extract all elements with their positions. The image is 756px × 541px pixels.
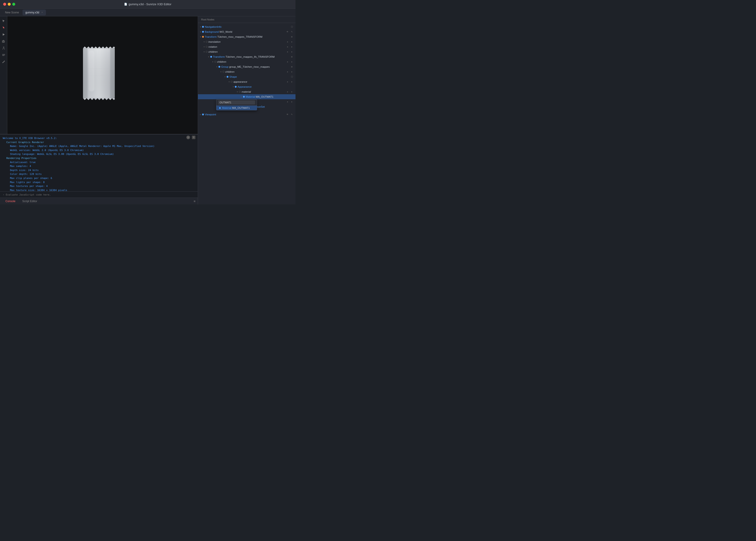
- expand-material[interactable]: [236, 90, 239, 93]
- maximize-button[interactable]: [12, 3, 15, 6]
- tab-gummy[interactable]: gummy.x3d ×: [23, 10, 46, 15]
- titlebar: 📄 gummy.x3d - Sunrize X3D Editor: [0, 0, 295, 9]
- tree-field-appearance[interactable]: appearance ◂ ▸: [198, 79, 295, 84]
- link-icon-transform-ifs[interactable]: ⊕: [290, 55, 294, 59]
- arr1-children-root[interactable]: ◂: [285, 50, 289, 54]
- link-icon-transform-root[interactable]: ⊕: [290, 35, 294, 39]
- expand-children-root[interactable]: [203, 50, 206, 53]
- tree-node-shape[interactable]: Shape ⓘ: [198, 74, 295, 79]
- arr2-rotation[interactable]: ▸: [290, 45, 294, 49]
- arr1-material[interactable]: ◂: [285, 90, 289, 94]
- label-rotation: rotation: [208, 45, 217, 48]
- tab-script-editor[interactable]: Script Editor: [19, 199, 40, 204]
- gummy-3d-object: [76, 42, 122, 103]
- expand-material-node[interactable]: [240, 95, 243, 98]
- left-toolbar: [0, 16, 7, 134]
- tree-node-transform-ifs[interactable]: Transform Tütchen_rissc_mappes_ifs_TRANS…: [198, 54, 295, 59]
- tab-close-icon[interactable]: ×: [41, 11, 43, 14]
- console-input[interactable]: [6, 193, 195, 196]
- dot-transform-root: [202, 36, 204, 38]
- arr2-translation[interactable]: ▸: [290, 40, 294, 44]
- cursor-tool-button[interactable]: [1, 18, 6, 24]
- tree-field-children-group[interactable]: children ◂ ▸: [198, 69, 295, 74]
- expand-background[interactable]: [199, 30, 202, 33]
- arr1-geometry[interactable]: ◂: [285, 100, 289, 104]
- expand-rotation[interactable]: [203, 45, 206, 48]
- person-tool-button[interactable]: [1, 45, 6, 51]
- tree-node-group[interactable]: Group group_ME_Tütchen_rissc_mappes ⊕: [198, 64, 295, 69]
- console-clear-button[interactable]: ×: [186, 136, 190, 139]
- edit-icon-background[interactable]: ✎: [290, 30, 294, 34]
- tree-node-appearance[interactable]: Appearance: [198, 84, 295, 89]
- arr2-children-ifs[interactable]: ▸: [290, 60, 294, 64]
- arr1-children-group[interactable]: ◂: [285, 70, 289, 74]
- dot-appearance-node: [235, 86, 237, 88]
- expand-children-ifs[interactable]: [211, 60, 214, 63]
- arr2-children-group[interactable]: ▸: [290, 70, 294, 74]
- eye-icon-background[interactable]: 👁: [285, 30, 289, 34]
- expand-children-group[interactable]: [219, 70, 223, 73]
- arr2-appearance[interactable]: ▸: [290, 80, 294, 84]
- label-translation: translation: [208, 40, 220, 43]
- console-input-row: ›: [0, 192, 198, 198]
- camera-tool-button[interactable]: [1, 39, 6, 44]
- info-icon-navigationinfo[interactable]: ⓘ: [290, 25, 294, 29]
- edit-tool-button[interactable]: [1, 59, 6, 65]
- arr1-appearance[interactable]: ◂: [285, 80, 289, 84]
- expand-shape[interactable]: [223, 75, 227, 78]
- tree-field-children-ifs[interactable]: children ◂ ▸: [198, 59, 295, 64]
- select-tool-button[interactable]: [1, 25, 6, 30]
- lines-tool-button[interactable]: [1, 52, 6, 58]
- tree-node-viewpoint[interactable]: Viewpoint 👁 ✎: [198, 112, 295, 117]
- label-viewpoint: Viewpoint: [205, 113, 216, 116]
- arr2-geometry[interactable]: ▸: [290, 100, 294, 104]
- expand-viewpoint[interactable]: [199, 113, 202, 116]
- autocomplete-dropdown: Material MA_OUTMAT1: [216, 99, 257, 110]
- arr2-material[interactable]: ▸: [290, 90, 294, 94]
- minimize-button[interactable]: [8, 3, 11, 6]
- bottom-menu-icon[interactable]: ≡: [194, 200, 195, 203]
- console-settings-button[interactable]: ☰: [192, 136, 195, 139]
- expand-transform-ifs[interactable]: [207, 55, 210, 58]
- autocomplete-item-material[interactable]: Material MA_OUTMAT1: [216, 106, 257, 110]
- console-line-10: Max clip planes per shape: 6: [3, 176, 195, 180]
- tab-new-scene-label: New Scene: [5, 11, 19, 14]
- close-button[interactable]: [3, 3, 6, 6]
- tree-field-children-root[interactable]: children ◂ ▸: [198, 49, 295, 54]
- eye-icon-viewpoint[interactable]: 👁: [285, 113, 289, 116]
- expand-group[interactable]: [215, 65, 218, 68]
- tree-node-transform-root[interactable]: Transform Tütchen_rissc_mappes_TRANSFORM…: [198, 34, 295, 39]
- tree-node-material[interactable]: Material MA_OUTMAT1: [198, 94, 295, 99]
- arr1-rotation[interactable]: ◂: [285, 45, 289, 49]
- tree-field-rotation[interactable]: rotation ◂ ▸: [198, 44, 295, 49]
- tab-console[interactable]: Console: [2, 199, 19, 204]
- expand-translation[interactable]: [203, 40, 206, 43]
- info-icon-shape[interactable]: ⓘ: [290, 75, 294, 79]
- link-icon-group[interactable]: ⊕: [290, 65, 294, 69]
- tree-field-translation[interactable]: translation ◂ ▸: [198, 39, 295, 44]
- expand-navigationinfo[interactable]: [199, 25, 202, 28]
- viewport[interactable]: [0, 16, 198, 134]
- autocomplete-input-row: [216, 100, 257, 106]
- tree-node-background[interactable]: Background WO_World 👁 ✎: [198, 29, 295, 34]
- expand-appearance-node[interactable]: [232, 85, 235, 88]
- bottom-tabs: Console Script Editor: [2, 199, 40, 204]
- tree-node-navigationinfo[interactable]: NavigationInfo ⓘ: [198, 24, 295, 29]
- console-line-5: Rendering Properties: [3, 156, 195, 160]
- arr2-children-root[interactable]: ▸: [290, 50, 294, 54]
- label-transform-ifs: Transform Tütchen_rissc_mappes_ifs_TRANS…: [213, 55, 275, 58]
- tree-field-material[interactable]: material ◂ ▸: [198, 89, 295, 94]
- arr1-children-ifs[interactable]: ◂: [285, 60, 289, 64]
- edit-icon-viewpoint[interactable]: ✎: [290, 113, 294, 116]
- expand-appearance[interactable]: [228, 80, 231, 83]
- play-button[interactable]: [1, 32, 6, 37]
- dot-transform-ifs: [210, 56, 212, 58]
- traffic-lights[interactable]: [3, 3, 15, 6]
- console-panel: × ☰ Welcome to X_ITE X3D Browser v9.5.2:…: [0, 134, 198, 198]
- expand-transform-root[interactable]: [199, 35, 202, 38]
- scene-tree[interactable]: NavigationInfo ⓘ Background WO_World 👁 ✎: [198, 23, 295, 205]
- tab-new-scene[interactable]: New Scene: [2, 10, 22, 15]
- arr1-translation[interactable]: ◂: [285, 40, 289, 44]
- dot-group: [218, 66, 220, 68]
- autocomplete-input[interactable]: [218, 100, 255, 105]
